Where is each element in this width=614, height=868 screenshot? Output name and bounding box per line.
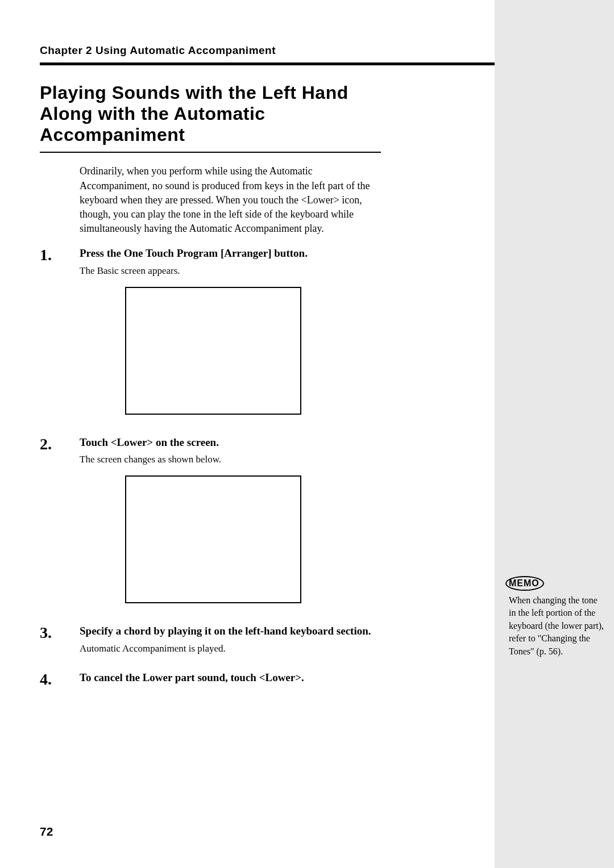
rule-thin [40, 152, 381, 153]
section-title: Playing Sounds with the Left Hand Along … [40, 82, 381, 145]
screen-placeholder [125, 287, 301, 415]
step-number: 1. [40, 246, 80, 429]
step-subtext: The screen changes as shown below. [80, 453, 455, 466]
step-number: 4. [40, 670, 80, 688]
memo-label-text: MEMO [509, 578, 540, 588]
step-3: 3. Specify a chord by playing it on the … [40, 624, 455, 664]
sidebar [495, 0, 614, 868]
step-instruction: Touch <Lower> on the screen. [80, 435, 455, 450]
step-number: 3. [40, 624, 80, 664]
step-1: 1. Press the One Touch Program [Arranger… [40, 246, 455, 429]
step-subtext: The Basic screen appears. [80, 264, 455, 278]
step-instruction: Specify a chord by playing it on the lef… [80, 624, 455, 639]
page-number: 72 [40, 825, 53, 838]
chapter-header: Chapter 2 Using Automatic Accompaniment [40, 44, 455, 57]
memo-block: MEMO When changing the tone in the left … [509, 578, 605, 658]
step-number: 2. [40, 435, 80, 618]
memo-text: When changing the tone in the left porti… [509, 594, 605, 658]
step-instruction: Press the One Touch Program [Arranger] b… [80, 246, 455, 261]
memo-icon: MEMO [509, 578, 540, 589]
step-subtext: Automatic Accompaniment is played. [80, 642, 455, 656]
rule-thick [40, 62, 495, 65]
step-4: 4. To cancel the Lower part sound, touch… [40, 670, 455, 688]
step-2: 2. Touch <Lower> on the screen. The scre… [40, 435, 455, 618]
memo-label: MEMO [509, 578, 605, 589]
step-instruction: To cancel the Lower part sound, touch <L… [80, 670, 455, 685]
screen-placeholder [125, 475, 301, 603]
page-main: Chapter 2 Using Automatic Accompaniment … [0, 0, 495, 868]
intro-paragraph: Ordinarily, when you perform while using… [80, 164, 375, 236]
